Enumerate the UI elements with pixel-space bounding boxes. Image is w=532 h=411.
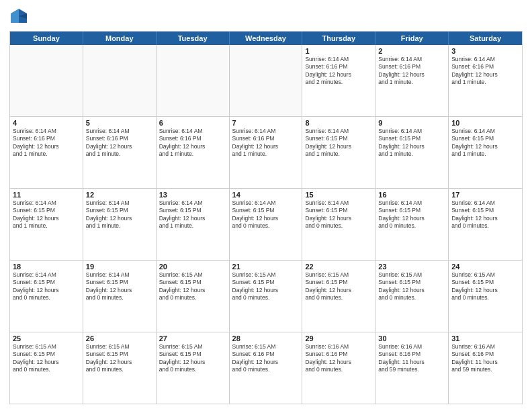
day-cell-28: 28Sunrise: 6:15 AM Sunset: 6:16 PM Dayli… [230, 332, 303, 404]
day-cell-26: 26Sunrise: 6:15 AM Sunset: 6:15 PM Dayli… [83, 332, 157, 404]
day-info: Sunrise: 6:16 AM Sunset: 6:16 PM Dayligh… [305, 343, 372, 374]
day-info: Sunrise: 6:15 AM Sunset: 6:15 PM Dayligh… [305, 271, 372, 302]
header-day-tuesday: Tuesday [157, 32, 230, 45]
logo-icon [9, 7, 28, 26]
day-info: Sunrise: 6:15 AM Sunset: 6:15 PM Dayligh… [232, 271, 300, 302]
day-number: 18 [13, 263, 80, 271]
day-info: Sunrise: 6:15 AM Sunset: 6:15 PM Dayligh… [378, 271, 445, 302]
day-number: 12 [86, 191, 153, 199]
day-cell-4: 4Sunrise: 6:14 AM Sunset: 6:16 PM Daylig… [10, 117, 83, 188]
calendar-week-4: 18Sunrise: 6:14 AM Sunset: 6:15 PM Dayli… [10, 261, 522, 332]
day-info: Sunrise: 6:14 AM Sunset: 6:15 PM Dayligh… [378, 128, 445, 158]
day-cell-23: 23Sunrise: 6:15 AM Sunset: 6:15 PM Dayli… [375, 261, 449, 332]
day-cell-9: 9Sunrise: 6:14 AM Sunset: 6:15 PM Daylig… [375, 117, 449, 188]
empty-cell [157, 45, 230, 116]
day-number: 17 [451, 191, 519, 199]
day-cell-21: 21Sunrise: 6:15 AM Sunset: 6:15 PM Dayli… [230, 261, 303, 332]
day-cell-16: 16Sunrise: 6:14 AM Sunset: 6:15 PM Dayli… [375, 189, 449, 260]
empty-cell [83, 45, 157, 116]
day-number: 15 [305, 191, 372, 199]
svg-marker-1 [11, 9, 19, 23]
day-info: Sunrise: 6:16 AM Sunset: 6:16 PM Dayligh… [378, 343, 445, 374]
day-info: Sunrise: 6:15 AM Sunset: 6:15 PM Dayligh… [159, 271, 226, 302]
day-cell-18: 18Sunrise: 6:14 AM Sunset: 6:15 PM Dayli… [10, 261, 83, 332]
day-number: 27 [159, 334, 226, 342]
day-number: 13 [159, 191, 226, 199]
day-info: Sunrise: 6:14 AM Sunset: 6:16 PM Dayligh… [451, 56, 519, 87]
day-info: Sunrise: 6:14 AM Sunset: 6:15 PM Dayligh… [451, 128, 519, 158]
day-info: Sunrise: 6:14 AM Sunset: 6:16 PM Dayligh… [305, 56, 372, 87]
day-info: Sunrise: 6:14 AM Sunset: 6:16 PM Dayligh… [378, 56, 445, 87]
day-number: 14 [232, 191, 300, 199]
day-number: 22 [305, 263, 372, 271]
day-number: 2 [378, 47, 445, 55]
calendar-week-5: 25Sunrise: 6:15 AM Sunset: 6:15 PM Dayli… [10, 332, 522, 404]
day-number: 21 [232, 263, 300, 271]
day-cell-5: 5Sunrise: 6:14 AM Sunset: 6:16 PM Daylig… [83, 117, 157, 188]
day-cell-19: 19Sunrise: 6:14 AM Sunset: 6:15 PM Dayli… [83, 261, 157, 332]
calendar-header: SundayMondayTuesdayWednesdayThursdayFrid… [10, 32, 522, 45]
day-number: 26 [86, 334, 153, 342]
day-info: Sunrise: 6:14 AM Sunset: 6:16 PM Dayligh… [86, 128, 153, 158]
day-info: Sunrise: 6:14 AM Sunset: 6:15 PM Dayligh… [159, 199, 226, 230]
day-info: Sunrise: 6:14 AM Sunset: 6:15 PM Dayligh… [305, 199, 372, 230]
day-info: Sunrise: 6:15 AM Sunset: 6:15 PM Dayligh… [13, 343, 80, 374]
day-number: 25 [13, 334, 80, 342]
header-day-friday: Friday [375, 32, 449, 45]
header-day-sunday: Sunday [10, 32, 83, 45]
header-day-saturday: Saturday [449, 32, 522, 45]
day-cell-30: 30Sunrise: 6:16 AM Sunset: 6:16 PM Dayli… [375, 332, 449, 404]
day-info: Sunrise: 6:14 AM Sunset: 6:15 PM Dayligh… [13, 271, 80, 302]
day-info: Sunrise: 6:14 AM Sunset: 6:16 PM Dayligh… [159, 128, 226, 158]
day-cell-25: 25Sunrise: 6:15 AM Sunset: 6:15 PM Dayli… [10, 332, 83, 404]
calendar-week-1: 1Sunrise: 6:14 AM Sunset: 6:16 PM Daylig… [10, 45, 522, 117]
day-cell-3: 3Sunrise: 6:14 AM Sunset: 6:16 PM Daylig… [449, 45, 522, 116]
day-number: 5 [86, 119, 153, 127]
calendar: SundayMondayTuesdayWednesdayThursdayFrid… [9, 31, 523, 404]
day-info: Sunrise: 6:15 AM Sunset: 6:15 PM Dayligh… [159, 343, 226, 374]
day-number: 8 [305, 119, 372, 127]
day-number: 4 [13, 119, 80, 127]
day-info: Sunrise: 6:16 AM Sunset: 6:16 PM Dayligh… [451, 343, 519, 374]
empty-cell [10, 45, 83, 116]
day-info: Sunrise: 6:14 AM Sunset: 6:15 PM Dayligh… [13, 199, 80, 230]
logo [9, 7, 30, 26]
day-info: Sunrise: 6:15 AM Sunset: 6:15 PM Dayligh… [451, 271, 519, 302]
day-number: 31 [451, 334, 519, 342]
day-number: 28 [232, 334, 300, 342]
day-cell-11: 11Sunrise: 6:14 AM Sunset: 6:15 PM Dayli… [10, 189, 83, 260]
day-cell-15: 15Sunrise: 6:14 AM Sunset: 6:15 PM Dayli… [302, 189, 375, 260]
header-day-wednesday: Wednesday [230, 32, 303, 45]
day-number: 19 [86, 263, 153, 271]
day-number: 23 [378, 263, 445, 271]
empty-cell [230, 45, 303, 116]
header-day-monday: Monday [83, 32, 157, 45]
day-cell-8: 8Sunrise: 6:14 AM Sunset: 6:15 PM Daylig… [302, 117, 375, 188]
day-cell-2: 2Sunrise: 6:14 AM Sunset: 6:16 PM Daylig… [375, 45, 449, 116]
calendar-body: 1Sunrise: 6:14 AM Sunset: 6:16 PM Daylig… [10, 45, 522, 404]
day-number: 24 [451, 263, 519, 271]
day-cell-10: 10Sunrise: 6:14 AM Sunset: 6:15 PM Dayli… [449, 117, 522, 188]
day-cell-13: 13Sunrise: 6:14 AM Sunset: 6:15 PM Dayli… [157, 189, 230, 260]
day-cell-17: 17Sunrise: 6:14 AM Sunset: 6:15 PM Dayli… [449, 189, 522, 260]
day-number: 10 [451, 119, 519, 127]
day-cell-7: 7Sunrise: 6:14 AM Sunset: 6:16 PM Daylig… [230, 117, 303, 188]
day-cell-12: 12Sunrise: 6:14 AM Sunset: 6:15 PM Dayli… [83, 189, 157, 260]
day-number: 1 [305, 47, 372, 55]
day-cell-22: 22Sunrise: 6:15 AM Sunset: 6:15 PM Dayli… [302, 261, 375, 332]
day-info: Sunrise: 6:14 AM Sunset: 6:16 PM Dayligh… [232, 128, 300, 158]
day-info: Sunrise: 6:14 AM Sunset: 6:15 PM Dayligh… [305, 128, 372, 158]
day-cell-31: 31Sunrise: 6:16 AM Sunset: 6:16 PM Dayli… [449, 332, 522, 404]
day-number: 6 [159, 119, 226, 127]
day-info: Sunrise: 6:14 AM Sunset: 6:15 PM Dayligh… [86, 271, 153, 302]
calendar-week-3: 11Sunrise: 6:14 AM Sunset: 6:15 PM Dayli… [10, 189, 522, 261]
day-cell-20: 20Sunrise: 6:15 AM Sunset: 6:15 PM Dayli… [157, 261, 230, 332]
day-cell-6: 6Sunrise: 6:14 AM Sunset: 6:16 PM Daylig… [157, 117, 230, 188]
day-info: Sunrise: 6:14 AM Sunset: 6:15 PM Dayligh… [451, 199, 519, 230]
header-day-thursday: Thursday [302, 32, 375, 45]
day-info: Sunrise: 6:14 AM Sunset: 6:15 PM Dayligh… [232, 199, 300, 230]
day-number: 20 [159, 263, 226, 271]
day-number: 3 [451, 47, 519, 55]
header [9, 7, 523, 26]
day-info: Sunrise: 6:14 AM Sunset: 6:15 PM Dayligh… [86, 199, 153, 230]
